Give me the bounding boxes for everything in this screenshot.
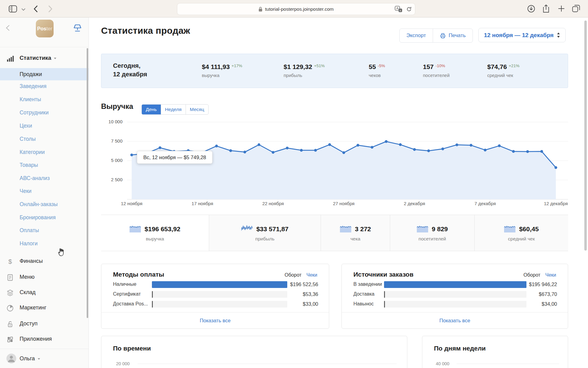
sidebar-section[interactable]: Доступ bbox=[0, 318, 89, 330]
sidebar-section[interactable]: Приложения bbox=[0, 333, 89, 346]
stat-value: 157 bbox=[423, 63, 434, 70]
period-stat-label: чека bbox=[350, 236, 360, 242]
bar-row-value: $34,00 bbox=[511, 301, 557, 307]
sidebar-item[interactable]: Онлайн-заказы bbox=[0, 198, 89, 210]
x-axis-label: 22 ноября bbox=[256, 201, 290, 206]
bar-row-value: $196 522,56 bbox=[272, 282, 318, 287]
sidebar-section-statistics[interactable]: Статистика bbox=[0, 52, 89, 65]
toggle-checks[interactable]: Чеки bbox=[545, 272, 556, 278]
stat-delta: -5% bbox=[378, 63, 385, 68]
sidebar-section[interactable]: Склад bbox=[0, 287, 89, 299]
pos-terminal-icon[interactable] bbox=[73, 24, 82, 34]
toolbar-chevron-down-icon[interactable] bbox=[21, 8, 25, 11]
stat-label: прибыль bbox=[284, 73, 325, 78]
period-stat-value: 3 272 bbox=[355, 225, 371, 233]
url-bar[interactable]: tutorial-posterpos.joinposter.com Ax bbox=[177, 3, 415, 15]
payment-row: Наличные$196 522,56 bbox=[101, 281, 329, 289]
period-stat-cell[interactable]: $33 571,87прибыль bbox=[209, 215, 321, 251]
area-sparkline-icon bbox=[130, 224, 141, 234]
bar-fill bbox=[384, 291, 385, 298]
finance-dollar-icon: $ bbox=[6, 258, 14, 265]
sidebar-item[interactable]: Клиенты bbox=[0, 93, 89, 105]
new-tab-button[interactable] bbox=[558, 5, 565, 12]
sidebar-toggle-icon[interactable] bbox=[9, 5, 17, 13]
bar-row-label: Наличные bbox=[113, 282, 150, 287]
sidebar-item[interactable]: Цехи bbox=[0, 120, 89, 132]
payment-row: Доставка Pos...$33,00 bbox=[101, 300, 329, 308]
stat-label: посетителей bbox=[423, 73, 450, 78]
share-button[interactable] bbox=[543, 4, 549, 13]
browser-window: tutorial-posterpos.joinposter.com Ax bbox=[0, 0, 588, 368]
downloads-button[interactable] bbox=[527, 5, 535, 13]
section-label: Маркетинг bbox=[20, 305, 47, 311]
sidebar-item[interactable]: АВС-анализ bbox=[0, 172, 89, 184]
period-stat-cell[interactable]: $196 653,92выручка bbox=[101, 215, 209, 251]
period-stat-cell[interactable]: 3 272чека bbox=[321, 215, 390, 251]
back-button[interactable] bbox=[34, 6, 38, 12]
sidebar-section[interactable]: Маркетинг bbox=[0, 302, 89, 314]
bar-track bbox=[152, 291, 287, 298]
sidebar-section[interactable]: Меню bbox=[0, 271, 89, 284]
sidebar-item[interactable]: Оплаты bbox=[0, 224, 89, 236]
section-label: Доступ bbox=[20, 320, 38, 327]
stat-label: средний чек bbox=[487, 73, 519, 78]
payment-rows: Наличные$196 522,56Сертификат$53,36Доста… bbox=[101, 281, 329, 312]
sidebar-item[interactable]: Чеки bbox=[0, 185, 89, 197]
period-stat-cell[interactable]: 9 829посетителей bbox=[390, 215, 474, 251]
source-row: Навынос$34,00 bbox=[342, 300, 568, 308]
bar-row-value: $53,36 bbox=[272, 291, 318, 297]
collapse-sidebar-button[interactable] bbox=[6, 25, 10, 32]
today-stat: 55-5%чеков bbox=[369, 63, 385, 78]
show-all-link[interactable]: Показать все bbox=[101, 312, 329, 328]
poster-logo[interactable]: Poster bbox=[36, 20, 54, 37]
sidebar-item[interactable]: Продажи bbox=[0, 68, 89, 80]
sidebar-item[interactable]: Товары bbox=[0, 159, 89, 171]
tabs-overview-button[interactable] bbox=[572, 5, 580, 13]
card-title: Источники заказов bbox=[353, 271, 413, 278]
stat-label: чеков bbox=[369, 73, 385, 78]
bar-track bbox=[384, 301, 526, 308]
period-stat-cell[interactable]: $60,45средний чек bbox=[474, 215, 568, 251]
sidebar-item[interactable]: Столы bbox=[0, 133, 89, 145]
page-scrollbar[interactable] bbox=[584, 21, 587, 251]
bar-row-value: $195 946,22 bbox=[511, 282, 557, 287]
stat-label: выручка bbox=[202, 73, 242, 78]
toggle-turnover[interactable]: Оборот bbox=[285, 272, 301, 278]
x-axis-label: 2 декабря bbox=[398, 201, 431, 206]
sidebar-item[interactable]: Заведения bbox=[0, 80, 89, 92]
sidebar-item[interactable]: Бронирования bbox=[0, 211, 89, 224]
sidebar-header: Poster bbox=[0, 17, 89, 47]
user-name: Ольга bbox=[20, 349, 40, 368]
x-axis-label: 12 декабря bbox=[539, 201, 569, 206]
sidebar-item[interactable]: Сотрудники bbox=[0, 106, 89, 119]
today-stat: $4 111,93+17%выручка bbox=[202, 63, 242, 78]
today-date: Сегодня, 12 декабря bbox=[113, 61, 147, 79]
card-title: Методы оплаты bbox=[113, 271, 164, 278]
stat-delta: +21% bbox=[509, 63, 519, 68]
show-all-link[interactable]: Показать все bbox=[342, 312, 568, 328]
lock-icon bbox=[258, 7, 262, 12]
translate-icon[interactable]: Ax bbox=[395, 6, 402, 12]
sidebar-section[interactable]: $Финансы bbox=[0, 255, 89, 268]
toggle-checks[interactable]: Чеки bbox=[307, 272, 318, 278]
stat-delta: +51% bbox=[314, 63, 325, 68]
by-weekday-card: По дням недели 40 000 bbox=[422, 336, 568, 368]
sidebar-item[interactable]: Налоги bbox=[0, 237, 89, 250]
toggle-turnover[interactable]: Оборот bbox=[523, 272, 540, 278]
forward-button[interactable] bbox=[48, 6, 52, 12]
access-lock-icon bbox=[6, 320, 14, 328]
print-button[interactable]: Печать bbox=[433, 29, 473, 42]
reload-icon[interactable] bbox=[406, 6, 412, 12]
section-label: Меню bbox=[20, 274, 35, 280]
header-actions: Экспорт Печать bbox=[399, 29, 473, 43]
export-button[interactable]: Экспорт bbox=[400, 29, 433, 42]
gridline bbox=[457, 364, 559, 364]
sidebar-item[interactable]: Категории bbox=[0, 146, 89, 158]
menu-document-icon bbox=[6, 274, 14, 281]
stats-bars-icon bbox=[6, 55, 14, 63]
user-menu[interactable]: Ольга bbox=[0, 349, 89, 368]
sidebar-scrollbar[interactable] bbox=[87, 48, 88, 318]
date-range-picker[interactable]: 12 ноября — 12 декабря bbox=[478, 28, 566, 42]
source-row: Доставка$673,70 bbox=[342, 290, 568, 298]
y-axis-label: 20 000 bbox=[116, 361, 130, 366]
